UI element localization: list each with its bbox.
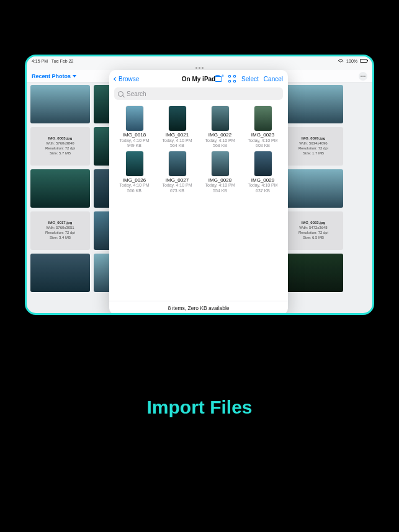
file-item[interactable]: IMG_0026Today, 4:10 PM566 KB (115, 151, 153, 194)
photo-meta: Resolution: 72 dpi (298, 231, 328, 236)
recent-photos-dropdown[interactable]: Recent Photos (32, 73, 76, 79)
device-frame: 4:15 PM Tue Feb 22 100% Recent Photos (25, 55, 374, 315)
status-date: Tue Feb 22 (52, 59, 74, 63)
photo-filename: IMG_0017.jpg (48, 221, 73, 226)
more-menu-button[interactable] (359, 72, 367, 81)
file-name: IMG_0021 (166, 133, 189, 138)
file-item[interactable]: IMG_0022Today, 4:10 PM568 KB (201, 106, 239, 149)
photo-meta: Wdh: 5760x3840 (46, 141, 74, 146)
file-item[interactable]: IMG_0018Today, 4:10 PM949 KB (115, 106, 153, 149)
photo-meta: Wdh: 5472x3648 (299, 226, 327, 231)
file-name: IMG_0028 (208, 178, 231, 184)
file-date: Today, 4:10 PM (248, 138, 277, 143)
photo-meta: Wdh: 5760x3051 (46, 226, 74, 231)
file-name: IMG_0022 (208, 133, 231, 138)
status-time: 4:15 PM (32, 59, 48, 63)
photo-meta: Size: 6.5 MB (303, 236, 324, 241)
photo-thumb[interactable] (30, 254, 90, 292)
back-label: Browse (119, 76, 139, 82)
photo-info-card[interactable]: IMG_0022.jpg Wdh: 5472x3648 Resolution: … (284, 211, 343, 250)
file-thumb (169, 106, 186, 131)
photo-info-card[interactable]: IMG_0026.jpg Wdh: 5634x4096 Resolution: … (284, 127, 343, 166)
wifi-icon (338, 59, 344, 63)
file-name: IMG_0018 (123, 133, 146, 138)
file-date: Today, 4:10 PM (162, 138, 192, 143)
photo-meta: Size: 3.4 MB (50, 236, 71, 241)
photo-thumb[interactable] (30, 169, 90, 208)
file-size: 564 KB (170, 143, 184, 148)
file-thumb (254, 151, 272, 176)
grid-icon (228, 75, 236, 82)
new-folder-button[interactable] (214, 74, 223, 83)
file-date: Today, 4:10 PM (205, 138, 235, 143)
file-date: Today, 4:10 PM (162, 183, 192, 188)
search-icon (118, 91, 123, 97)
file-item[interactable]: IMG_0021Today, 4:10 PM564 KB (158, 106, 196, 149)
back-button[interactable]: Browse (114, 76, 139, 82)
folder-plus-icon (215, 76, 222, 82)
view-mode-button[interactable] (228, 74, 236, 83)
search-input[interactable]: Search (114, 87, 283, 100)
file-item[interactable]: IMG_0028Today, 4:10 PM554 KB (201, 151, 239, 194)
file-item[interactable]: IMG_0023Today, 4:10 PM603 KB (244, 106, 282, 149)
file-item[interactable]: IMG_0027Today, 4:10 PM673 KB (158, 151, 196, 194)
file-size: 603 KB (256, 143, 270, 148)
photo-meta: Resolution: 72 dpi (45, 146, 75, 151)
file-item[interactable]: IMG_0029Today, 4:10 PM637 KB (244, 151, 282, 194)
photo-meta: Size: 1.7 MB (303, 151, 324, 156)
file-thumb (169, 151, 186, 176)
photo-thumb[interactable] (284, 254, 343, 292)
multitask-grabber[interactable] (27, 65, 372, 70)
file-picker-panel: Browse On My iPad Select Cancel Search I… (109, 70, 288, 314)
marketing-caption: Import Files (0, 397, 399, 418)
file-name: IMG_0027 (166, 178, 189, 184)
file-thumb (212, 151, 229, 176)
file-size: 673 KB (170, 188, 184, 193)
select-button[interactable]: Select (241, 76, 259, 82)
file-thumb (126, 151, 143, 176)
photo-filename: IMG_0026.jpg (302, 136, 326, 141)
photo-thumb[interactable] (30, 85, 90, 123)
photo-info-card[interactable]: IMG_0017.jpg Wdh: 5760x3051 Resolution: … (30, 211, 90, 250)
photo-thumb[interactable] (284, 85, 343, 123)
photo-meta: Wdh: 5634x4096 (299, 141, 327, 146)
file-size: 566 KB (127, 188, 141, 193)
photo-filename: IMG_0022.jpg (302, 221, 326, 226)
file-date: Today, 4:10 PM (119, 183, 149, 188)
file-date: Today, 4:10 PM (248, 183, 277, 188)
file-name: IMG_0026 (123, 178, 146, 184)
photo-thumb[interactable] (284, 169, 343, 208)
file-thumb (254, 106, 272, 131)
chevron-down-icon (73, 75, 76, 78)
photo-filename: IMG_0003.jpg (48, 136, 73, 141)
picker-header: Browse On My iPad Select Cancel (109, 70, 288, 87)
file-name: IMG_0029 (251, 178, 274, 184)
file-name: IMG_0023 (251, 133, 274, 138)
file-size: 949 KB (127, 143, 141, 148)
battery-label: 100% (346, 59, 357, 63)
cancel-button[interactable]: Cancel (264, 76, 283, 82)
file-size: 568 KB (213, 143, 227, 148)
photo-meta: Resolution: 72 dpi (45, 231, 75, 236)
file-size: 554 KB (213, 188, 227, 193)
photo-info-card[interactable]: IMG_0003.jpg Wdh: 5760x3840 Resolution: … (30, 127, 90, 166)
file-date: Today, 4:10 PM (205, 183, 235, 188)
battery-icon (360, 59, 367, 63)
picker-footer: 8 items, Zero KB available (109, 301, 288, 314)
file-thumb (212, 106, 229, 131)
file-grid: IMG_0018Today, 4:10 PM949 KBIMG_0021Toda… (109, 104, 288, 301)
recent-photos-label: Recent Photos (32, 73, 71, 79)
file-size: 637 KB (256, 188, 270, 193)
search-placeholder: Search (127, 91, 146, 97)
photo-meta: Size: 5.7 MB (50, 151, 71, 156)
file-date: Today, 4:10 PM (119, 138, 149, 143)
photo-meta: Resolution: 72 dpi (298, 146, 328, 151)
status-bar: 4:15 PM Tue Feb 22 100% (27, 56, 372, 65)
chevron-left-icon (114, 76, 118, 81)
file-thumb (126, 106, 143, 131)
